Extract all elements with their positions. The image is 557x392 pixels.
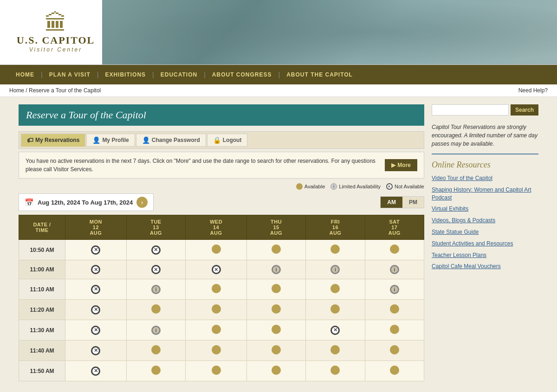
slot-cell: ✕ xyxy=(65,240,127,260)
resource-link-2[interactable]: Virtual Exhibits xyxy=(432,205,538,213)
slot-cell[interactable] xyxy=(186,279,247,300)
more-button[interactable]: ▶ More xyxy=(385,159,417,171)
slot-cell[interactable] xyxy=(186,320,247,341)
search-button[interactable]: Search xyxy=(511,104,538,116)
slot-cell[interactable] xyxy=(246,240,305,260)
slot-cell: ✕ xyxy=(65,279,127,300)
nav-education[interactable]: EDUCATION xyxy=(154,65,204,84)
info-text: You have no active reservations in the n… xyxy=(26,157,379,174)
time-cell: 11:50 AM xyxy=(19,361,65,381)
nav-plan[interactable]: PLAN A VISIT xyxy=(43,65,97,84)
pm-button[interactable]: PM xyxy=(402,197,424,208)
unavailable-status: ✕ xyxy=(91,305,100,315)
time-cell: 11:00 AM xyxy=(19,260,65,279)
slot-cell[interactable]: i xyxy=(365,260,424,279)
main-nav: HOME | PLAN A VISIT | EXHIBITIONS | EDUC… xyxy=(0,65,557,84)
resource-link-7[interactable]: Capitol Cafe Meal Vouchers xyxy=(432,263,538,270)
tab-reservations[interactable]: 🏷 My Reservations xyxy=(21,134,85,147)
unavailable-dot xyxy=(386,183,393,190)
legend-unavailable-label: Not Available xyxy=(395,184,424,189)
tab-profile-label: My Profile xyxy=(102,137,129,143)
slot-cell[interactable] xyxy=(365,361,424,381)
page-title: Reserve a Tour of the Capitol xyxy=(19,104,424,126)
calendar-icon: 📅 xyxy=(25,198,34,207)
slot-cell: ✕ xyxy=(306,320,365,341)
available-status xyxy=(390,244,399,254)
unavailable-status: ✕ xyxy=(91,326,100,335)
available-status xyxy=(390,304,399,314)
available-status xyxy=(330,345,340,354)
slot-cell[interactable] xyxy=(186,300,247,320)
nav-congress[interactable]: ABOUT CONGRESS xyxy=(206,65,278,84)
slot-cell[interactable]: i xyxy=(126,320,185,341)
slot-cell[interactable] xyxy=(306,240,365,260)
slot-cell[interactable] xyxy=(306,300,365,320)
time-cell: 11:10 AM xyxy=(19,279,65,300)
slot-cell[interactable] xyxy=(306,361,365,381)
slot-cell[interactable] xyxy=(126,341,185,361)
next-date-button[interactable]: › xyxy=(136,197,148,208)
slot-cell[interactable] xyxy=(246,341,305,361)
time-cell: 11:40 AM xyxy=(19,341,65,361)
slot-cell[interactable] xyxy=(365,341,424,361)
slot-cell[interactable] xyxy=(365,320,424,341)
info-box: You have no active reservations in the n… xyxy=(19,152,424,179)
slot-cell[interactable] xyxy=(186,361,247,381)
resource-link-4[interactable]: State Statue Guide xyxy=(432,228,538,236)
available-status xyxy=(390,325,399,334)
header-tue: TUE13AUG xyxy=(126,215,185,240)
tab-logout[interactable]: 🔒 Logout xyxy=(207,134,248,147)
slot-cell[interactable] xyxy=(306,341,365,361)
breadcrumb-home[interactable]: Home xyxy=(9,87,24,94)
available-dot xyxy=(296,183,303,190)
logo-subtitle: Visitor Center xyxy=(9,46,102,53)
slot-cell[interactable] xyxy=(246,361,305,381)
search-input[interactable] xyxy=(432,104,509,116)
slot-cell[interactable]: i xyxy=(365,279,424,300)
need-help-link[interactable]: Need Help? xyxy=(518,87,548,94)
available-status xyxy=(272,325,281,334)
am-button[interactable]: AM xyxy=(381,197,402,208)
resource-link-6[interactable]: Teacher Lesson Plans xyxy=(432,251,538,259)
slot-cell[interactable] xyxy=(306,279,365,300)
available-status xyxy=(330,244,340,254)
resource-link-5[interactable]: Student Activities and Resources xyxy=(432,240,538,248)
available-status xyxy=(212,284,221,293)
slot-cell[interactable] xyxy=(126,361,185,381)
online-resources-title: Online Resources xyxy=(432,160,538,170)
resource-link-0[interactable]: Video Tour of the Capitol xyxy=(432,174,538,182)
unavailable-status: ✕ xyxy=(91,346,100,355)
schedule-table: DATE /TIME MON12AUG TUE13AUG WED14AUG TH… xyxy=(19,215,424,381)
unavailable-status: ✕ xyxy=(151,245,161,255)
capitol-icon: 🏛 xyxy=(9,12,102,34)
slot-cell: ✕ xyxy=(65,341,127,361)
slot-cell[interactable]: i xyxy=(306,260,365,279)
slot-cell[interactable]: i xyxy=(246,260,305,279)
slot-cell[interactable] xyxy=(186,341,247,361)
nav-exhibitions[interactable]: EXHIBITIONS xyxy=(98,65,152,84)
search-box: Search xyxy=(432,104,538,116)
tab-profile[interactable]: 👤 My Profile xyxy=(86,134,135,147)
limited-status: i xyxy=(272,265,281,274)
nav-capitol[interactable]: ABOUT THE CAPITOL xyxy=(280,65,359,84)
limited-status: i xyxy=(330,265,340,274)
nav-home[interactable]: HOME xyxy=(9,65,41,84)
slot-cell[interactable] xyxy=(246,300,305,320)
slot-cell[interactable]: i xyxy=(126,279,185,300)
resource-link-3[interactable]: Videos, Blogs & Podcasts xyxy=(432,217,538,225)
slot-cell[interactable] xyxy=(246,279,305,300)
slot-cell: ✕ xyxy=(65,361,127,381)
unavailable-status: ✕ xyxy=(91,245,100,255)
tab-password[interactable]: 👤 Change Password xyxy=(136,134,206,147)
resource-link-1[interactable]: Shaping History: Women and Capitol Art P… xyxy=(432,186,538,202)
unavailable-status: ✕ xyxy=(330,326,340,335)
slot-cell[interactable] xyxy=(365,240,424,260)
limited-status: i xyxy=(390,285,399,294)
slot-cell[interactable] xyxy=(365,300,424,320)
header-mon: MON12AUG xyxy=(65,215,127,240)
slot-cell[interactable] xyxy=(126,300,185,320)
slot-cell[interactable] xyxy=(186,240,247,260)
more-icon: ▶ xyxy=(391,162,395,168)
am-pm-toggle: AM PM xyxy=(380,196,424,208)
slot-cell[interactable] xyxy=(246,320,305,341)
